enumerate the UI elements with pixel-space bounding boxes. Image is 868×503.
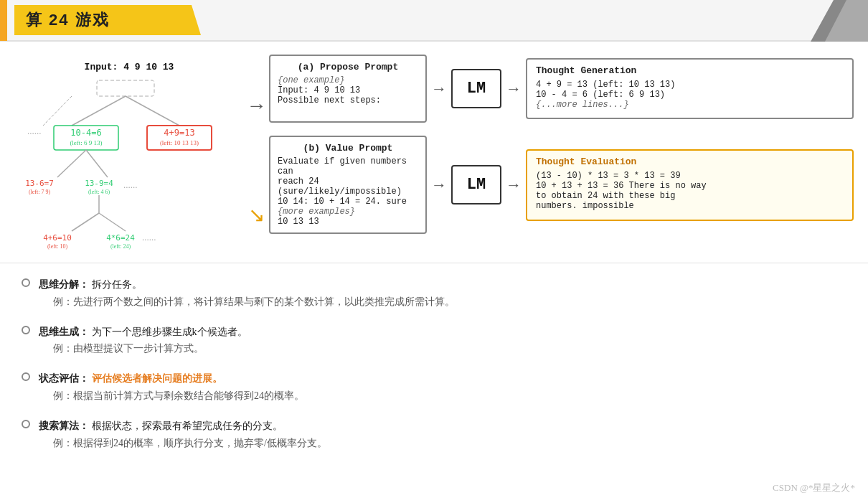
svg-line-1 <box>72 96 126 126</box>
svg-text:(left: 10 13 13): (left: 10 13 13) <box>160 139 199 146</box>
footer-watermark: CSDN @*星星之火* <box>773 481 855 494</box>
svg-line-11 <box>57 150 86 177</box>
bullet-1 <box>22 326 30 334</box>
output-eval-box: Thought Evaluation (13 - 10) * 13 = 3 * … <box>526 149 854 221</box>
prompt-b-line2: reach 24 (sure/likely/impossible) <box>278 177 418 197</box>
prompt-a-line3: Possible next steps: <box>278 95 418 105</box>
content-row-0: 思维分解： 拆分任务。 例：先进行两个数之间的计算，将计算结果与剩下的某个数计算… <box>22 276 846 311</box>
main-down-arrow: ↘ <box>248 203 265 227</box>
lm-box-1: LM <box>451 69 501 108</box>
output-eval-line3: to obtain 24 with these big <box>536 191 844 201</box>
svg-text:(left: 6 9 13): (left: 6 9 13) <box>70 139 102 146</box>
lm-label-2: LM <box>467 176 486 194</box>
bullet-0 <box>22 278 30 287</box>
output-gen-line2: 10 - 4 = 6 (left: 6 9 13) <box>536 90 844 100</box>
tree-input-label: Input: 4 9 10 13 <box>14 62 244 72</box>
svg-line-12 <box>86 150 108 177</box>
tree-svg: ...... 10-4=6 (left: 6 9 13) 4+9=13 (lef… <box>14 77 237 253</box>
svg-line-20 <box>99 213 126 231</box>
arrow-b-lm: → <box>431 176 447 194</box>
prompt-b-box: (b) Value Prompt Evaluate if given numbe… <box>269 136 427 234</box>
svg-text:......: ...... <box>142 232 156 243</box>
main-right-arrow: → <box>247 94 267 117</box>
lm-box-2: LM <box>451 165 501 205</box>
content-label-2: 状态评估： <box>39 373 89 384</box>
prompt-b-line1: Evaluate if given numbers can <box>278 156 418 177</box>
diagram-area: Input: 4 9 10 13 ...... 10-4=6 (left: 6 … <box>0 42 868 263</box>
page-title: 算 24 游戏 <box>26 9 110 31</box>
prompt-b-line5: 10 13 13 <box>278 217 418 227</box>
content-indent-1: 例：由模型提议下一步计算方式。 <box>53 340 846 357</box>
content-main-2: 评估候选者解决问题的进展。 <box>92 373 222 384</box>
svg-text:......: ...... <box>123 179 138 190</box>
svg-text:4*6=24: 4*6=24 <box>106 233 135 243</box>
content-text-1: 思维生成： 为下一个思维步骤生成k个候选者。 例：由模型提议下一步计算方式。 <box>39 324 846 358</box>
header: 算 24 游戏 <box>0 0 868 42</box>
output-eval-line4: numbers. impossible <box>536 201 844 211</box>
svg-line-3 <box>43 96 72 126</box>
tree-section: Input: 4 9 10 13 ...... 10-4=6 (left: 6 … <box>14 55 244 255</box>
bullet-3 <box>22 420 30 428</box>
svg-text:10-4=6: 10-4=6 <box>70 128 101 138</box>
flow-row-1: (a) Propose Prompt {one example} Input: … <box>269 55 854 123</box>
prompt-a-line2: Input: 4 9 10 13 <box>278 85 418 95</box>
main-arrow-section: → ↘ <box>244 55 269 227</box>
lm-label-1: LM <box>467 80 486 98</box>
svg-line-19 <box>72 213 99 231</box>
content-indent-0: 例：先进行两个数之间的计算，将计算结果与剩下的某个数计算，以此类推完成所需计算。 <box>53 293 846 311</box>
content-indent-3: 例：根据得到24的概率，顺序执行分支，抛弃零/低概率分支。 <box>53 435 846 452</box>
content-row-2: 状态评估： 评估候选者解决问题的进展。 例：根据当前计算方式与剩余数结合能够得到… <box>22 370 846 405</box>
bullet-2 <box>22 372 30 381</box>
content-row-3: 搜索算法： 根据状态，探索最有希望完成任务的分支。 例：根据得到24的概率，顺序… <box>22 418 846 452</box>
output-gen-line1: 4 + 9 = 13 (left: 10 13 13) <box>536 80 844 90</box>
prompt-b-line3: 10 14: 10 + 14 = 24. sure <box>278 197 418 207</box>
svg-text:13-9=4: 13-9=4 <box>85 179 113 188</box>
svg-line-2 <box>126 96 179 126</box>
svg-text:(left: 4 6): (left: 4 6) <box>88 189 110 195</box>
content-main-0: 拆分任务。 <box>92 279 142 290</box>
svg-text:(left: 24): (left: 24) <box>110 243 131 250</box>
svg-text:4+6=10: 4+6=10 <box>43 233 72 243</box>
prompt-a-line1: {one example} <box>278 75 418 85</box>
svg-rect-0 <box>97 80 154 96</box>
content-indent-2: 例：根据当前计算方式与剩余数结合能够得到24的概率。 <box>53 387 846 405</box>
output-gen-line3: {...more lines...} <box>536 100 844 110</box>
output-eval-line1: (13 - 10) * 13 = 3 * 13 = 39 <box>536 171 844 181</box>
svg-text:(left: 7 9): (left: 7 9) <box>29 189 51 195</box>
arrow-lm-eval: → <box>506 176 522 194</box>
content-label-1: 思维生成： <box>39 326 89 337</box>
prompt-b-title: (b) Value Prompt <box>278 143 418 154</box>
content-area: 思维分解： 拆分任务。 例：先进行两个数之间的计算，将计算结果与剩下的某个数计算… <box>0 263 868 471</box>
header-title-bg: 算 24 游戏 <box>14 5 201 35</box>
page: 算 24 游戏 Input: 4 9 10 13 ...... <box>0 0 868 503</box>
flow-area: (a) Propose Prompt {one example} Input: … <box>269 55 854 234</box>
prompt-a-box: (a) Propose Prompt {one example} Input: … <box>269 55 427 123</box>
content-main-1: 为下一个思维步骤生成k个候选者。 <box>92 326 247 337</box>
content-label-0: 思维分解： <box>39 279 89 290</box>
output-gen-title: Thought Generation <box>536 65 844 76</box>
header-accent <box>0 0 7 41</box>
content-row-1: 思维生成： 为下一个思维步骤生成k个候选者。 例：由模型提议下一步计算方式。 <box>22 324 846 358</box>
content-main-3: 根据状态，探索最有希望完成任务的分支。 <box>92 420 283 431</box>
output-gen-box: Thought Generation 4 + 9 = 13 (left: 10 … <box>526 58 854 119</box>
svg-text:4+9=13: 4+9=13 <box>164 128 194 138</box>
arrow-a-lm: → <box>431 80 447 98</box>
svg-text:(left: 10): (left: 10) <box>47 243 68 250</box>
flow-row-2: (b) Value Prompt Evaluate if given numbe… <box>269 136 854 234</box>
prompt-b-line4: {more examples} <box>278 207 418 217</box>
output-eval-title: Thought Evaluation <box>536 156 844 167</box>
content-text-2: 状态评估： 评估候选者解决问题的进展。 例：根据当前计算方式与剩余数结合能够得到… <box>39 370 846 405</box>
content-label-3: 搜索算法： <box>39 420 89 431</box>
svg-text:......: ...... <box>27 126 42 136</box>
output-eval-line2: 10 + 13 + 13 = 36 There is no way <box>536 181 844 191</box>
content-text-3: 搜索算法： 根据状态，探索最有希望完成任务的分支。 例：根据得到24的概率，顺序… <box>39 418 846 452</box>
content-text-0: 思维分解： 拆分任务。 例：先进行两个数之间的计算，将计算结果与剩下的某个数计算… <box>39 276 846 311</box>
svg-text:13-6=7: 13-6=7 <box>25 179 54 188</box>
arrow-lm-gen: → <box>506 80 522 98</box>
prompt-a-title: (a) Propose Prompt <box>278 62 418 72</box>
